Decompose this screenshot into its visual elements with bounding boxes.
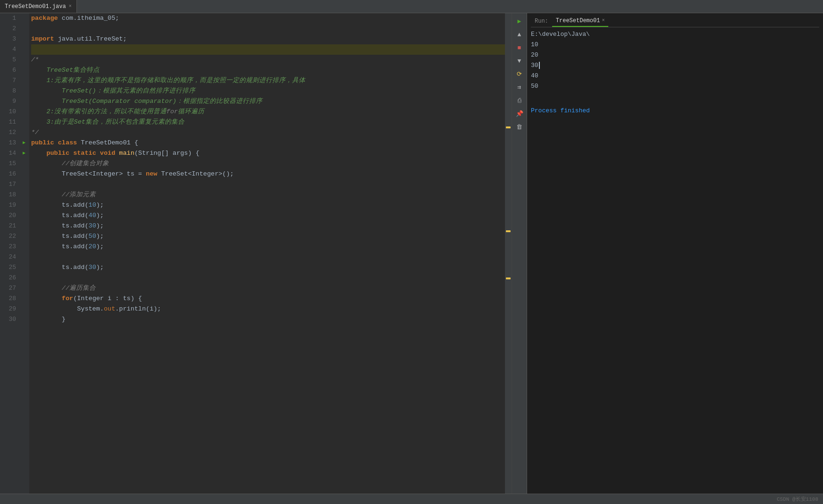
- tab-label: TreeSetDemo01.java: [5, 3, 66, 10]
- code-line-1: package com.itheima_05;: [31, 13, 505, 24]
- output-text: E:\develop\Java\ 10 20 30 40 50: [531, 29, 819, 492]
- code-area[interactable]: package com.itheima_05; import java.util…: [29, 13, 505, 494]
- process-text: Process finished: [531, 107, 590, 114]
- code-line-29: System.out.println(i);: [31, 304, 505, 314]
- run-tab-treeset[interactable]: TreeSetDemo01 ×: [552, 15, 609, 27]
- code-line-22: ts.add(50);: [31, 231, 505, 242]
- output-num-1: 10: [531, 40, 819, 50]
- line-numbers: 12345 678910 1112131415 1617181920 21222…: [0, 13, 19, 494]
- code-line-9: TreeSet(Comparator comparator)：根据指定的比较器进…: [31, 96, 505, 107]
- code-line-14: public static void main(String[] args) {: [31, 148, 505, 159]
- code-line-7: 1:元素有序，这里的顺序不是指存储和取出的顺序，而是按照一定的规则进行排序，具体: [31, 76, 505, 86]
- code-line-25: ts.add(30);: [31, 262, 505, 273]
- run-trash-button[interactable]: 🗑: [514, 122, 525, 132]
- run-down-button[interactable]: ▼: [514, 56, 525, 66]
- scroll-marker-3: [506, 277, 511, 279]
- run-arrow-14[interactable]: ▶: [19, 148, 29, 159]
- status-bar: CSDN @长安1108: [0, 494, 823, 504]
- code-line-19: ts.add(10);: [31, 200, 505, 210]
- code-line-6: TreeSet集合特点: [31, 65, 505, 76]
- code-line-12: */: [31, 127, 505, 138]
- code-line-30: }: [31, 314, 505, 325]
- output-blank: [531, 92, 819, 102]
- run-tab-label: TreeSetDemo01: [556, 17, 600, 24]
- code-line-26: [31, 273, 505, 283]
- run-label: Run:: [531, 18, 552, 25]
- code-line-16: TreeSet<Integer> ts = new TreeSet<Intege…: [31, 169, 505, 179]
- code-line-17: [31, 179, 505, 190]
- code-line-28: for(Integer i : ts) {: [31, 294, 505, 304]
- tab-close-icon[interactable]: ×: [69, 4, 72, 9]
- code-line-8: TreeSet()：根据其元素的自然排序进行排序: [31, 86, 505, 96]
- output-num-5: 50: [531, 81, 819, 92]
- editor-tab[interactable]: TreeSetDemo01.java ×: [0, 0, 77, 13]
- run-arrow-13[interactable]: ▶: [19, 138, 29, 148]
- code-line-3: import java.util.TreeSet;: [31, 34, 505, 44]
- watermark: CSDN @长安1108: [777, 496, 818, 503]
- code-line-4: [31, 44, 505, 55]
- code-line-27: //遍历集合: [31, 283, 505, 294]
- run-panel: ▶ ▲ ■ ▼ ⟳ ⇉ ⎙ 📌 🗑 Run: TreeSetDemo01 ×: [512, 13, 823, 494]
- run-print-button[interactable]: ⎙: [514, 95, 525, 106]
- code-line-11: 3:由于是Set集合，所以不包含重复元素的集合: [31, 117, 505, 127]
- code-line-2: [31, 24, 505, 34]
- code-line-23: ts.add(20);: [31, 242, 505, 252]
- run-stop-button[interactable]: ■: [514, 42, 525, 53]
- run-rerun-button[interactable]: ⟳: [514, 69, 525, 79]
- code-line-5: /*: [31, 55, 505, 65]
- main-area: 12345 678910 1112131415 1617181920 21222…: [0, 13, 823, 494]
- run-tab-bar: Run: TreeSetDemo01 ×: [531, 15, 819, 27]
- output-num-4: 40: [531, 71, 819, 81]
- run-step-button[interactable]: ⇉: [514, 82, 525, 92]
- run-toolbar: ▶ ▲ ■ ▼ ⟳ ⇉ ⎙ 📌 🗑: [512, 13, 527, 494]
- output-num-3: 30: [531, 60, 819, 71]
- code-line-18: //添加元素: [31, 190, 505, 200]
- gutter: ▶ ▶: [19, 13, 29, 494]
- code-line-13: public class TreeSetDemo01 {: [31, 138, 505, 148]
- code-line-10: 2:没有带索引的方法，所以不能使用普通for循环遍历: [31, 107, 505, 117]
- run-play-button[interactable]: ▶: [514, 16, 525, 26]
- scroll-marker-2: [506, 230, 511, 232]
- run-output-area: Run: TreeSetDemo01 × E:\develop\Java\ 10…: [527, 13, 823, 494]
- output-process: Process finished: [531, 106, 819, 116]
- output-path-line: E:\develop\Java\: [531, 29, 819, 40]
- editor-scrollbar[interactable]: [505, 13, 512, 494]
- run-up-button[interactable]: ▲: [514, 29, 525, 40]
- output-path: E:\develop\Java\: [531, 31, 590, 38]
- scroll-marker-1: [506, 126, 511, 128]
- run-pin-button[interactable]: 📌: [514, 109, 525, 119]
- tab-bar: TreeSetDemo01.java ×: [0, 0, 823, 13]
- editor-content: 12345 678910 1112131415 1617181920 21222…: [0, 13, 512, 494]
- output-num-2: 20: [531, 50, 819, 60]
- code-line-15: //创建集合对象: [31, 159, 505, 169]
- code-line-21: ts.add(30);: [31, 221, 505, 231]
- code-line-20: ts.add(40);: [31, 210, 505, 221]
- run-tab-close-icon[interactable]: ×: [602, 18, 605, 23]
- cursor: [539, 62, 540, 69]
- editor-area: 12345 678910 1112131415 1617181920 21222…: [0, 13, 512, 494]
- code-line-24: [31, 252, 505, 262]
